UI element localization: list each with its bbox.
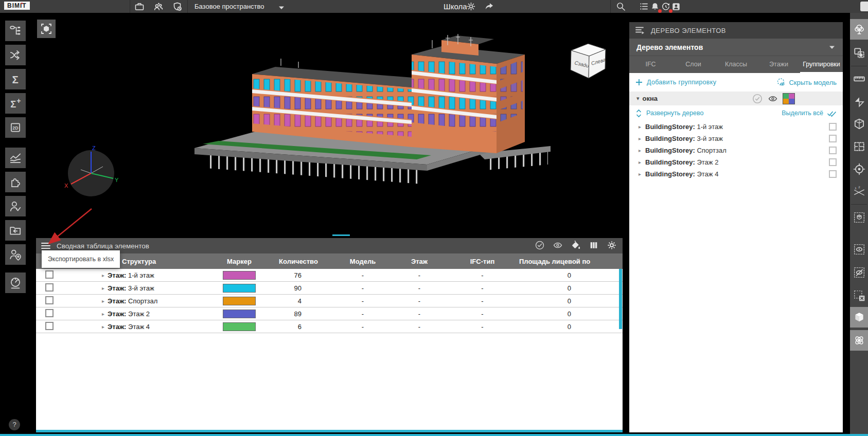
caret-right-icon[interactable]: ▸ bbox=[639, 159, 641, 165]
marker-swatch[interactable] bbox=[223, 297, 256, 305]
select-check-button[interactable] bbox=[534, 240, 545, 251]
caret-right-icon[interactable]: ▸ bbox=[102, 324, 104, 330]
tree-item-checkbox[interactable] bbox=[829, 170, 837, 178]
tree-item-checkbox[interactable] bbox=[829, 158, 837, 166]
orbit-mode-button[interactable] bbox=[850, 330, 868, 351]
tool-collisions[interactable] bbox=[5, 45, 26, 65]
row-checkbox[interactable] bbox=[45, 309, 54, 317]
workspace-dropdown[interactable] bbox=[276, 2, 287, 13]
section-box-button[interactable] bbox=[850, 114, 868, 134]
measure-button[interactable] bbox=[850, 68, 868, 89]
tool-charts[interactable] bbox=[5, 148, 26, 168]
focus-selection-button[interactable] bbox=[37, 20, 56, 38]
column-floor[interactable]: Этаж bbox=[391, 258, 448, 265]
table-settings-button[interactable] bbox=[606, 240, 617, 251]
panel-menu-icon[interactable] bbox=[635, 26, 645, 34]
tab-storeys[interactable]: Этажи bbox=[757, 56, 800, 73]
tool-summary-add[interactable]: Σ+ bbox=[5, 93, 26, 114]
profile-button[interactable] bbox=[670, 1, 681, 12]
hide-selected-button[interactable] bbox=[850, 262, 868, 283]
tab-groupings[interactable]: Группировки bbox=[800, 56, 843, 73]
summary-menu-button[interactable] bbox=[41, 242, 50, 250]
tree-item-checkbox[interactable] bbox=[829, 135, 837, 142]
tree-mode-dropdown[interactable]: Дерево элементов bbox=[629, 39, 843, 56]
project-settings-button[interactable] bbox=[466, 1, 476, 12]
fill-color-button[interactable] bbox=[570, 240, 581, 251]
menu-item-export-xlsx[interactable]: Экспортировать в xlsx bbox=[48, 256, 114, 263]
clear-selection-button[interactable] bbox=[850, 285, 868, 306]
caret-right-icon[interactable]: ▸ bbox=[639, 124, 641, 130]
page-horizontal-scrollbar[interactable] bbox=[0, 434, 868, 436]
search-button[interactable] bbox=[615, 1, 626, 12]
tab-layers[interactable]: Слои bbox=[672, 56, 715, 73]
row-checkbox[interactable] bbox=[45, 296, 54, 304]
column-area[interactable]: Площадь лицевой по bbox=[517, 258, 623, 265]
tool-structure[interactable] bbox=[5, 21, 26, 41]
row-checkbox[interactable] bbox=[45, 322, 54, 330]
grouping-color-swatch[interactable] bbox=[783, 93, 795, 104]
caret-right-icon[interactable]: ▸ bbox=[639, 171, 641, 177]
table-horizontal-scrollbar[interactable] bbox=[36, 430, 623, 432]
expand-tree-button[interactable]: Развернуть дерево bbox=[635, 109, 703, 118]
row-checkbox[interactable] bbox=[45, 270, 54, 279]
tab-classes[interactable]: Классы bbox=[715, 56, 757, 73]
tree-item-checkbox[interactable] bbox=[829, 123, 837, 131]
caret-right-icon[interactable]: ▸ bbox=[102, 298, 104, 304]
navigation-cube[interactable]: Сзади Слева bbox=[566, 39, 610, 83]
table-vertical-scrollbar[interactable] bbox=[619, 269, 622, 329]
axes-grid-button[interactable]: 12 bbox=[850, 181, 868, 202]
panel-resize-handle[interactable] bbox=[332, 234, 350, 236]
caret-right-icon[interactable]: ▸ bbox=[102, 311, 104, 317]
tab-ifc[interactable]: IFC bbox=[629, 56, 672, 73]
caret-right-icon[interactable]: ▸ bbox=[639, 136, 641, 141]
help-button[interactable]: ? bbox=[9, 419, 20, 430]
marker-swatch[interactable] bbox=[223, 322, 256, 331]
floor-plan-button[interactable] bbox=[850, 136, 868, 157]
caret-right-icon[interactable]: ▸ bbox=[102, 272, 104, 278]
projects-button[interactable] bbox=[134, 1, 145, 12]
grouping-row-okna[interactable]: ▾ окна bbox=[629, 92, 843, 105]
view-cube-button[interactable] bbox=[850, 307, 868, 328]
visibility-button[interactable] bbox=[552, 240, 563, 251]
tree-item-checkbox[interactable] bbox=[829, 147, 837, 154]
share-button[interactable] bbox=[484, 1, 494, 12]
caret-right-icon[interactable]: ▸ bbox=[102, 285, 104, 291]
row-checkbox[interactable] bbox=[45, 283, 54, 292]
axis-gizmo[interactable]: Z Y X bbox=[62, 144, 121, 203]
tool-dashboard[interactable] bbox=[5, 272, 26, 293]
check-circle-icon[interactable] bbox=[752, 93, 763, 104]
eye-icon[interactable] bbox=[767, 94, 778, 104]
tool-plugins[interactable] bbox=[5, 172, 26, 192]
marker-swatch[interactable] bbox=[223, 310, 256, 318]
caret-down-icon[interactable]: ▾ bbox=[636, 95, 640, 102]
ghost-cube-button[interactable] bbox=[850, 207, 868, 228]
select-all-button[interactable]: Выделить всё bbox=[782, 110, 837, 117]
caret-right-icon[interactable]: ▸ bbox=[639, 148, 641, 153]
notifications-button[interactable] bbox=[649, 1, 660, 12]
sync-button[interactable] bbox=[660, 1, 671, 12]
column-model[interactable]: Модель bbox=[334, 258, 391, 265]
columns-button[interactable] bbox=[588, 240, 599, 251]
add-grouping-button[interactable]: Добавить группировку bbox=[635, 79, 716, 86]
marker-swatch[interactable] bbox=[223, 284, 256, 293]
focus-target-button[interactable] bbox=[850, 159, 868, 179]
team-button[interactable] bbox=[153, 1, 164, 12]
tool-summary-table[interactable]: Σ bbox=[5, 69, 26, 89]
hide-model-button[interactable]: Скрыть модель bbox=[776, 78, 837, 87]
edge-button[interactable] bbox=[860, 2, 868, 11]
tool-export-folder[interactable] bbox=[5, 220, 26, 241]
column-count[interactable]: Количество bbox=[262, 258, 334, 265]
tool-user-location[interactable] bbox=[5, 244, 26, 265]
workspace-selector-label[interactable]: Базовое пространство bbox=[194, 0, 264, 13]
selection-sets-button[interactable] bbox=[850, 43, 868, 63]
column-ifc[interactable]: IFC-тип bbox=[448, 258, 517, 265]
view-tree-button[interactable] bbox=[850, 19, 868, 40]
marker-swatch[interactable] bbox=[223, 271, 256, 280]
flip-section-button[interactable] bbox=[850, 91, 868, 112]
show-hidden-button[interactable] bbox=[850, 239, 868, 260]
history-button[interactable] bbox=[172, 1, 183, 12]
tool-2d-view[interactable]: 2D bbox=[5, 117, 26, 138]
list-button[interactable] bbox=[639, 1, 649, 12]
bimit-logo[interactable]: BIMIT bbox=[4, 2, 30, 10]
column-marker[interactable]: Маркер bbox=[216, 258, 262, 265]
